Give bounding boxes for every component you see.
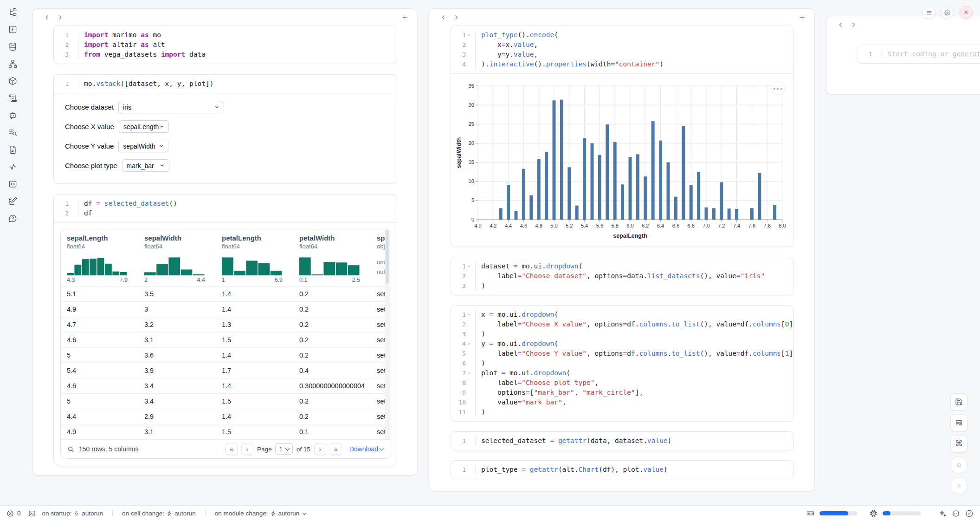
code-editor[interactable]: 12df = selected_dataset()df: [54, 195, 397, 222]
fold-chevron-icon[interactable]: [466, 339, 472, 349]
tracing-icon[interactable]: [6, 161, 19, 173]
documentation-icon[interactable]: [6, 143, 19, 156]
empty-code-cell[interactable]: 1 Start coding or generate with AI: [857, 45, 980, 64]
column-move-right-button[interactable]: [847, 19, 860, 31]
autorun-setting-3[interactable]: on module change:autorun: [215, 510, 306, 517]
table-row[interactable]: 53.41.50.2setosa: [61, 393, 390, 409]
code-placeholder[interactable]: Start coding or generate with AI: [888, 49, 980, 59]
code-editor[interactable]: 1234567891011x = mo.ui.dropdown( label="…: [451, 306, 793, 421]
code-line[interactable]: label="Choose dataset", options=data.lis…: [481, 271, 793, 281]
close-button[interactable]: ×: [960, 6, 973, 19]
code-line[interactable]: x = mo.ui.dropdown(: [481, 310, 793, 319]
last-page-button[interactable]: »: [330, 443, 342, 455]
code-line[interactable]: label="Choose X value", options=df.colum…: [481, 319, 793, 329]
column-move-right-button[interactable]: [53, 11, 66, 23]
code-line[interactable]: import marimo as mo: [84, 30, 397, 40]
error-indicator[interactable]: 0: [6, 510, 21, 517]
scrollbar-thumb[interactable]: [386, 230, 389, 284]
fold-chevron-icon[interactable]: [466, 310, 472, 319]
code-line[interactable]: dataset = mo.ui.dropdown(: [481, 261, 793, 271]
code-line[interactable]: ): [481, 407, 793, 417]
prev-page-button[interactable]: ‹: [241, 443, 253, 455]
code-editor[interactable]: 123import marimo as moimport altair as a…: [54, 26, 397, 64]
table-row[interactable]: 4.931.40.2setosa: [61, 301, 390, 317]
table-row[interactable]: 4.63.11.50.2setosa: [61, 332, 390, 347]
code-line[interactable]: df: [84, 208, 397, 218]
code-cell-dataframe[interactable]: 12df = selected_dataset()df sepalLengthf…: [53, 194, 397, 465]
dependency-graph-icon[interactable]: [6, 58, 19, 70]
table-row[interactable]: 4.73.21.30.2setosa: [61, 317, 390, 332]
code-cell-imports[interactable]: 123import marimo as moimport altair as a…: [53, 26, 397, 64]
code-line[interactable]: ): [481, 358, 793, 368]
autorun-setting-2[interactable]: on cell change:autorun: [122, 510, 196, 517]
table-scrollbar[interactable]: [385, 229, 390, 439]
code-line[interactable]: df = selected_dataset(): [84, 199, 397, 208]
choose-plot-type-select[interactable]: mark_bar: [122, 159, 169, 172]
keyboard-shortcuts-button[interactable]: ⌘: [950, 435, 967, 452]
save-button[interactable]: [950, 393, 967, 410]
scratchpad-icon[interactable]: [6, 195, 19, 207]
code-line[interactable]: options=["mark_bar", "mark_circle"],: [481, 388, 793, 397]
add-cell-button[interactable]: [399, 11, 411, 23]
code-cell-vstack[interactable]: 1mo.vstack([dataset, x, y, plot]) Choose…: [53, 74, 397, 184]
code-cell-selected-dataset[interactable]: 1selected_dataset = getattr(data, datase…: [451, 431, 794, 450]
run-button[interactable]: [950, 477, 967, 495]
datasources-icon[interactable]: [6, 40, 19, 52]
code-cell-plot-type[interactable]: 1plot_type = getattr(alt.Chart(df), plot…: [451, 460, 794, 479]
column-move-left-button[interactable]: [834, 19, 847, 31]
column-move-right-button[interactable]: [450, 11, 463, 23]
fold-chevron-icon[interactable]: [466, 368, 472, 378]
code-line[interactable]: x=x.value,: [481, 40, 793, 50]
code-line[interactable]: y=y.value,: [481, 50, 793, 59]
table-row[interactable]: 53.61.40.2setosa: [61, 347, 390, 363]
layout-toggle-button[interactable]: [950, 414, 967, 431]
choose-y-value-select[interactable]: sepalWidth: [118, 140, 168, 152]
search-icon[interactable]: [67, 446, 74, 453]
code-cell-xyplot-dropdowns[interactable]: 1234567891011x = mo.ui.dropdown( label="…: [451, 305, 794, 422]
chat-icon[interactable]: [6, 109, 19, 121]
code-line[interactable]: value="mark_bar",: [481, 397, 793, 407]
menu-button[interactable]: [922, 6, 935, 19]
code-line[interactable]: selected_dataset = getattr(data, dataset…: [481, 436, 793, 446]
code-editor[interactable]: 1selected_dataset = getattr(data, datase…: [451, 432, 793, 450]
code-line[interactable]: from vega_datasets import data: [84, 50, 397, 59]
code-editor[interactable]: 1plot_type = getattr(alt.Chart(df), plot…: [451, 461, 793, 479]
code-line[interactable]: import altair as alt: [84, 40, 397, 50]
bar-chart[interactable]: 4.04.24.44.64.85.05.25.45.65.86.06.26.46…: [455, 79, 787, 243]
code-line[interactable]: ).interactive().properties(width="contai…: [481, 59, 793, 69]
column-move-left-button[interactable]: [40, 11, 53, 23]
code-line[interactable]: plot = mo.ui.dropdown(: [481, 368, 793, 378]
code-line[interactable]: ): [481, 281, 793, 291]
download-button[interactable]: Download: [349, 445, 383, 453]
table-row[interactable]: 5.43.91.70.4setosa: [61, 363, 390, 378]
code-cell-plot[interactable]: 1234plot_type().encode( x=x.value, y=y.v…: [451, 26, 794, 247]
logs-icon[interactable]: [6, 126, 19, 138]
settings-gear-button[interactable]: [941, 6, 954, 19]
table-column-header[interactable]: sepalWidthfloat6424.4: [138, 229, 216, 286]
scripts-icon[interactable]: [6, 92, 19, 104]
table-row[interactable]: 4.93.11.50.1setosa: [61, 424, 390, 439]
file-tree-icon[interactable]: [6, 6, 19, 18]
packages-icon[interactable]: [6, 75, 19, 87]
stop-button[interactable]: [950, 456, 967, 474]
code-cell-dataset-dropdown[interactable]: 123dataset = mo.ui.dropdown( label="Choo…: [451, 257, 794, 295]
help-icon[interactable]: [6, 212, 19, 224]
code-editor[interactable]: 123dataset = mo.ui.dropdown( label="Choo…: [451, 257, 793, 295]
terminal-button[interactable]: [28, 510, 36, 517]
code-line[interactable]: y = mo.ui.dropdown(: [481, 339, 793, 349]
ai-sparkles-icon[interactable]: [938, 509, 947, 518]
page-select[interactable]: 1: [275, 443, 292, 455]
code-line[interactable]: label="Choose Y value", options=df.colum…: [481, 349, 793, 358]
code-line[interactable]: label="Choose plot type",: [481, 378, 793, 388]
functions-icon[interactable]: [6, 23, 19, 35]
table-row[interactable]: 4.42.91.40.2setosa: [61, 409, 390, 424]
code-line[interactable]: plot_type().encode(: [481, 30, 793, 40]
table-column-header[interactable]: petalWidthfloat640.12.5: [293, 229, 371, 286]
table-row[interactable]: 4.63.41.40.3000000000000004setosa: [61, 378, 390, 393]
connection-status-icon[interactable]: [965, 509, 974, 518]
fold-chevron-icon[interactable]: [466, 261, 472, 271]
table-column-header[interactable]: petalLengthfloat6416.9: [216, 229, 293, 286]
code-editor[interactable]: 1234plot_type().encode( x=x.value, y=y.v…: [451, 26, 793, 73]
code-line[interactable]: ): [481, 329, 793, 339]
autorun-setting-1[interactable]: on startup:autorun: [42, 510, 103, 517]
